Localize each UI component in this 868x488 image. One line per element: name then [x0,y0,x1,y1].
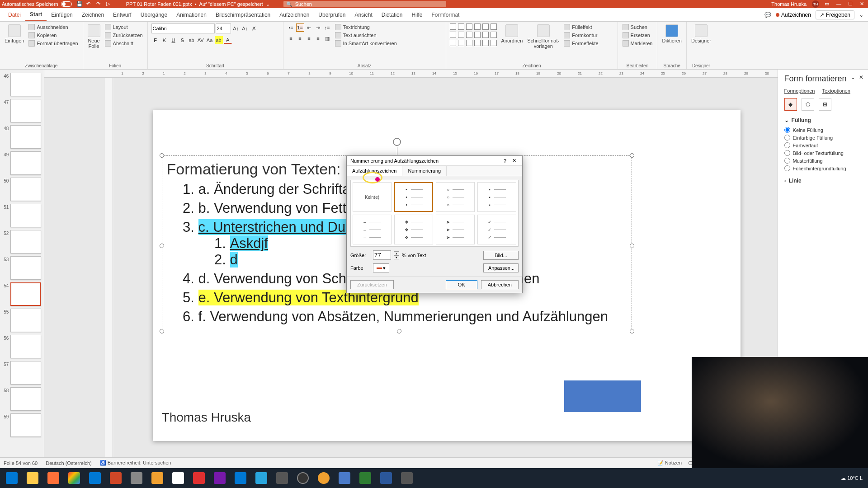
tab-help[interactable]: Hilfe [407,9,427,21]
save-icon[interactable]: 💾 [76,1,83,7]
highlight-button[interactable]: ab [215,36,223,44]
thumbnail-slide[interactable]: 58 [0,386,44,412]
align-right-icon[interactable]: ≡ [305,34,313,42]
pane-options-icon[interactable]: ⌄ [851,74,855,80]
effects-tab-icon[interactable]: ⬠ [802,98,814,111]
thumbnail-slide[interactable]: 46 [0,71,44,98]
ribbon-display-icon[interactable]: ▭ [825,1,831,7]
bullet-option-diamond[interactable]: ❖❖❖ [394,215,433,244]
section-button[interactable]: Abschnitt [104,40,144,47]
taskbar-app[interactable] [168,469,188,487]
find-button[interactable]: Suchen [622,23,654,31]
author-text[interactable]: Thomas Hruska [162,410,251,425]
slideshow-icon[interactable]: ▷ [106,1,113,7]
size-spinner[interactable]: ▴▾ [394,251,399,259]
resize-handle[interactable] [160,329,164,333]
font-size-input[interactable] [216,23,231,33]
spin-down-icon[interactable]: ▾ [394,255,399,259]
tab-transitions[interactable]: Übergänge [136,9,172,21]
shape-fill-button[interactable]: Fülleffekt [563,23,599,31]
thumbnail-slide[interactable]: 55 [0,307,44,333]
text-options-tab[interactable]: Textoptionen [822,88,850,94]
thumbnail-slide[interactable]: 51 [0,202,44,229]
rectangle-shape[interactable] [564,380,641,412]
taskbar-app[interactable] [355,469,375,487]
user-name[interactable]: Thomas Hruska [771,1,807,7]
comments-icon[interactable]: 💬 [764,12,771,18]
taskbar-explorer[interactable] [23,469,42,487]
line-spacing-icon[interactable]: ↕≡ [323,23,331,32]
thumbnail-slide[interactable]: 54 [0,281,44,307]
weather-widget[interactable]: ☁ 10°C L [841,475,863,481]
strikethrough-button[interactable]: S̶ [179,36,187,44]
thumbnail-slide[interactable]: 57 [0,360,44,386]
autosave-toggle[interactable]: Automatisches Speichern [2,1,72,7]
arrange-button[interactable]: Anordnen [500,23,524,44]
bullet-option-arrow[interactable]: ➤➤➤ [436,215,475,244]
font-name-input[interactable] [151,23,215,33]
numbering-button[interactable]: 1≡ [296,23,304,32]
help-icon[interactable]: ? [500,158,509,164]
shape-outline-button[interactable]: Formkontur [563,32,599,39]
align-center-icon[interactable]: ≡ [296,34,304,42]
char-spacing-button[interactable]: AV [197,36,205,44]
thumbnail-slide[interactable]: 49 [0,150,44,176]
slide-position[interactable]: Folie 54 von 60 [4,460,38,466]
bullet-option-none[interactable]: Kein(e) [353,182,392,212]
reset-dialog-button[interactable]: Zurücksetzen [350,280,394,289]
notes-button[interactable]: 📝 Notizen [657,460,682,466]
fill-radio[interactable] [784,158,790,164]
slide-thumbnails[interactable]: 4647484950515253545556575859 [0,70,44,457]
fill-option[interactable]: Einfarbige Füllung [784,134,862,141]
increase-font-icon[interactable]: A↑ [232,24,240,33]
size-tab-icon[interactable]: ⊞ [819,98,831,111]
taskbar-app[interactable] [293,469,313,487]
change-case-button[interactable]: Aa [206,36,214,44]
cancel-button[interactable]: Abbrechen [481,280,519,289]
tab-shape-format[interactable]: Formformat [427,9,464,21]
bullet-option-square[interactable]: ▪▪▪ [477,182,516,212]
taskbar-edge[interactable] [85,469,105,487]
tab-view[interactable]: Ansicht [350,9,377,21]
dialog-titlebar[interactable]: Nummerierung und Aufzählungszeichen ? ✕ [347,156,522,166]
collapse-ribbon-icon[interactable]: ⌄ [859,12,863,18]
fill-radio[interactable] [784,165,790,171]
resize-handle[interactable] [630,153,634,158]
taskbar-app[interactable] [147,469,167,487]
resize-handle[interactable] [160,153,164,158]
taskbar-app[interactable] [231,469,250,487]
fill-radio[interactable] [784,135,790,141]
rotate-handle-icon[interactable] [393,138,401,146]
bullet-option-disc[interactable]: ••• [394,182,433,212]
reset-button[interactable]: Zurücksetzen [104,32,144,39]
shape-options-tab[interactable]: Formoptionen [784,88,815,94]
thumbnail-slide[interactable]: 53 [0,255,44,281]
shapes-gallery[interactable] [450,23,498,47]
accessibility-status[interactable]: ♿ Barrierefreiheit: Untersuchen [100,460,171,466]
taskbar-app[interactable] [189,469,209,487]
underline-button[interactable]: U [170,36,178,44]
cut-button[interactable]: Ausschneiden [28,23,79,31]
bullets-tab[interactable]: Aufzählungszeichen [347,166,402,176]
tab-review[interactable]: Überprüfen [314,9,350,21]
fill-tab-icon[interactable]: ◆ [784,98,797,111]
text-direction-button[interactable]: Textrichtung [334,23,398,31]
customize-button[interactable]: Anpassen... [483,263,519,272]
fill-option[interactable]: Folienhintergrundfüllung [784,164,862,172]
decrease-indent-icon[interactable]: ⇤ [305,23,313,32]
tab-draw[interactable]: Zeichnen [77,9,108,21]
tab-dictation[interactable]: Dictation [377,9,407,21]
resize-handle[interactable] [630,244,634,248]
convert-smartart-button[interactable]: In SmartArt konvertieren [334,40,398,47]
close-pane-icon[interactable]: ✕ [859,74,863,80]
designer-button[interactable]: Designer [690,23,712,44]
taskbar-app[interactable] [127,469,146,487]
font-color-button[interactable]: A [224,36,232,44]
bullets-button[interactable]: •≡ [287,23,295,32]
undo-icon[interactable]: ↶ [86,1,93,7]
taskbar-word[interactable] [376,469,396,487]
resize-handle[interactable] [630,329,634,333]
thumbnail-slide[interactable]: 59 [0,412,44,438]
tab-insert[interactable]: Einfügen [47,9,77,21]
new-slide-button[interactable]: Neue Folie [87,23,101,50]
